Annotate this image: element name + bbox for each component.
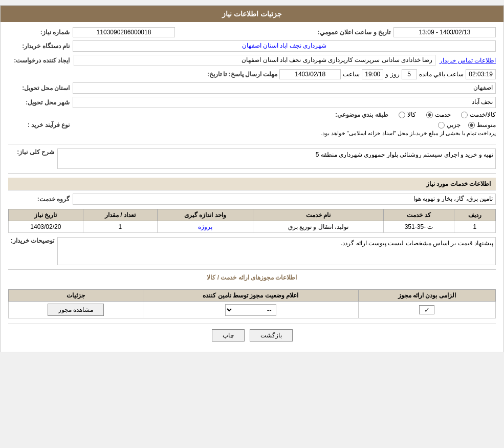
services-table-body: 1 ت -35-351 توليد، انتقال و توزيع برق پر… — [9, 221, 496, 233]
city-row: نجف آباد شهر محل تحويل: — [8, 97, 496, 108]
announce-date-value: 1403/02/13 - 13:09 — [393, 27, 496, 37]
permits-table: الزامی بودن ارائه مجوز اعلام وضعيت مجوز … — [8, 289, 496, 318]
spacer — [8, 284, 496, 289]
deadline-time-value: 19:00 — [362, 69, 383, 79]
col-date: تاريخ نياز — [9, 209, 83, 221]
category-label: طبقه بندي موضوعي: — [327, 111, 388, 118]
divider-3 — [8, 269, 496, 270]
permits-table-header: الزامی بودن ارائه مجوز اعلام وضعيت مجوز … — [9, 290, 496, 302]
province-label: استان محل تحويل: — [8, 84, 70, 92]
col-unit: واحد اندازه گيری — [158, 209, 253, 221]
process-motavasset-radio[interactable] — [468, 122, 475, 129]
table-row: 1 ت -35-351 توليد، انتقال و توزيع برق پر… — [9, 221, 496, 233]
category-khadamat-item: خدمت — [426, 111, 451, 118]
cell-service-name: توليد، انتقال و توزيع برق — [253, 221, 384, 233]
need-number-label: شماره نياز: — [8, 29, 70, 36]
category-khadamat-label: خدمت — [435, 111, 451, 118]
permits-col-required: الزامی بودن ارائه مجوز — [358, 290, 495, 302]
description-value: تهيه و خريد و اجرای سيستم روشنائی بلوار … — [57, 148, 496, 169]
description-row: تهيه و خريد و اجرای سيستم روشنائی بلوار … — [8, 148, 496, 169]
creator-row: اطلاعات تماس خريدار رضا خدادادی سادانی س… — [8, 55, 496, 66]
buyer-notes-section: پيشنهاد قيمت بر اساس مشخصات ليست پيوست ا… — [8, 237, 496, 265]
action-buttons: بازگشت چاپ — [8, 329, 496, 342]
service-group-value: تامين برق، گاز، بخار و تهويه هوا — [73, 194, 496, 205]
deadline-remaining-label: ساعت باقي مانده — [419, 71, 464, 78]
creator-label: ايجاد کننده درخواست: — [8, 57, 70, 64]
province-row: اصفهان استان محل تحويل: — [8, 82, 496, 94]
divider-2 — [8, 173, 496, 174]
page-title: جزئيات اطلاعات نياز — [222, 10, 282, 18]
col-service-name: نام خدمت — [253, 209, 384, 221]
category-kala-khadamat-item: کالا/خدمت — [461, 111, 496, 118]
col-service-code: کد خدمت — [384, 209, 454, 221]
service-group-label: گروه خدمت: — [8, 196, 70, 203]
category-kala-khadamat-label: کالا/خدمت — [470, 111, 496, 118]
page-container: جزئيات اطلاعات نياز 1403/02/13 - 13:09 ت… — [0, 5, 504, 352]
permits-required-checkbox — [419, 305, 434, 314]
divider-4 — [8, 324, 496, 324]
divider-1 — [8, 144, 496, 144]
permits-header-row: الزامی بودن ارائه مجوز اعلام وضعيت مجوز … — [9, 290, 496, 302]
announce-date-label: تاريخ و ساعت اعلان عمومي: — [318, 29, 390, 36]
process-motavasset-label: متوسط — [477, 121, 496, 129]
permits-col-details: جزئيات — [9, 290, 143, 302]
deadline-days-value: 5 — [402, 69, 417, 79]
service-group-row: تامين برق، گاز، بخار و تهويه هوا گروه خد… — [8, 194, 496, 205]
permits-row: -- مشاهده مجوز — [9, 302, 496, 318]
deadline-row: 02:03:19 ساعت باقي مانده 5 روز و 19:00 س… — [8, 69, 496, 79]
permits-status-cell: -- — [143, 302, 358, 318]
deadline-days-label: روز و — [385, 71, 399, 78]
view-permit-button[interactable]: مشاهده مجوز — [48, 304, 104, 316]
city-value: نجف آباد — [73, 97, 496, 108]
print-button[interactable]: چاپ — [212, 329, 245, 342]
buyer-org-row: شهرداری نجف اباد استان اصفهان نام دستگاه… — [8, 40, 496, 52]
cell-row-num: 1 — [454, 221, 495, 233]
city-label: شهر محل تحويل: — [8, 99, 70, 106]
cell-unit: پروژه — [158, 221, 253, 233]
category-khadamat-radio[interactable] — [426, 112, 433, 118]
process-note: پرداخت تمام يا بخشی از مبلغ خريد،از محل … — [73, 130, 496, 137]
content-area: 1403/02/13 - 13:09 تاريخ و ساعت اعلان عم… — [1, 22, 503, 352]
category-kala-radio[interactable] — [399, 112, 405, 118]
cell-service-code: ت -35-351 — [384, 221, 454, 233]
deadline-date-value: 1403/02/18 — [279, 69, 341, 79]
process-row: متوسط جزيي پرداخت تمام يا بخشی از مبلغ خ… — [8, 121, 496, 140]
permits-required-cell — [358, 302, 495, 318]
need-number-group: 1103090286000018 شماره نياز: — [8, 27, 175, 37]
service-section-title: اطلاعات خدمات مورد نياز — [8, 178, 496, 190]
description-label: شرح کلی نياز: — [8, 148, 54, 156]
buyer-notes-value: پيشنهاد قيمت بر اساس مشخصات ليست پيوست ا… — [57, 237, 496, 265]
need-number-value: 1103090286000018 — [73, 27, 175, 37]
services-table-header: رديف کد خدمت نام خدمت واحد اندازه گيری ت… — [9, 209, 496, 221]
page-header: جزئيات اطلاعات نياز — [1, 6, 503, 22]
buyer-org-value: شهرداری نجف اباد استان اصفهان — [73, 40, 496, 52]
deadline-label: مهلت ارسال پاسخ: تا تاريخ: — [207, 71, 277, 78]
deadline-time-label: ساعت — [343, 71, 360, 78]
permits-section-title: اطلاعات مجوزهای ارائه خدمت / کالا — [8, 274, 496, 281]
process-jozi-item: جزيي — [438, 121, 461, 129]
category-kala-item: کالا — [399, 111, 416, 118]
process-jozi-radio[interactable] — [438, 122, 445, 129]
permits-status-select[interactable]: -- — [225, 304, 276, 316]
province-value: اصفهان — [73, 82, 496, 94]
announce-date-group: 1403/02/13 - 13:09 تاريخ و ساعت اعلان عم… — [318, 27, 496, 37]
category-kala-label: کالا — [407, 111, 416, 118]
buyer-notes-label: توصيحات خريدار: — [8, 237, 54, 244]
process-radio-group: متوسط جزيي — [73, 121, 496, 129]
process-label: نوع فرآيند خريد : — [8, 121, 70, 129]
col-row-num: رديف — [454, 209, 495, 221]
back-button[interactable]: بازگشت — [250, 329, 293, 342]
cell-date: 1403/02/20 — [9, 221, 83, 233]
process-jozi-label: جزيي — [447, 121, 461, 129]
top-row: 1403/02/13 - 13:09 تاريخ و ساعت اعلان عم… — [8, 27, 496, 37]
contact-link[interactable]: اطلاعات تماس خريدار — [440, 57, 496, 64]
permits-col-status: اعلام وضعيت مجوز توسط نامين کننده — [143, 290, 358, 302]
services-table: رديف کد خدمت نام خدمت واحد اندازه گيری ت… — [8, 209, 496, 233]
category-row: کالا/خدمت خدمت کالا طبقه بندي موضوعي: — [8, 111, 496, 118]
process-motavasset-item: متوسط — [468, 121, 496, 129]
permits-table-body: -- مشاهده مجوز — [9, 302, 496, 318]
buyer-org-label: نام دستگاه خريدار: — [8, 42, 70, 50]
permits-details-cell: مشاهده مجوز — [9, 302, 143, 318]
col-quantity: تعداد / مقدار — [83, 209, 158, 221]
category-kala-khadamat-radio[interactable] — [461, 112, 468, 118]
